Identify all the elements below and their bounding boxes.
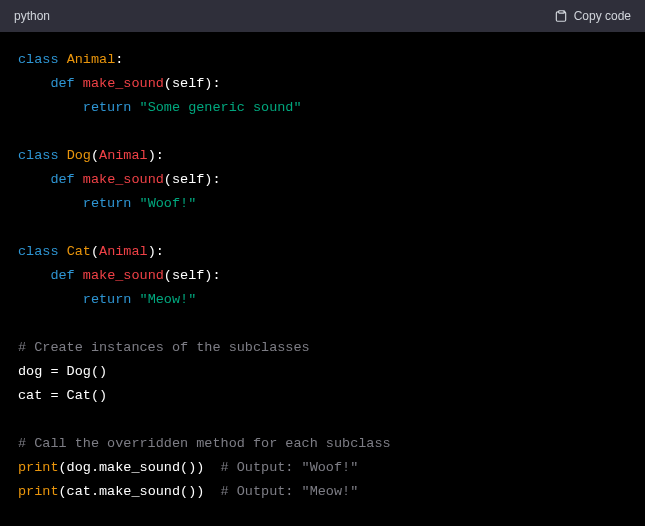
punct: ( bbox=[164, 172, 172, 187]
builtin-print: print bbox=[18, 460, 59, 475]
punct: ): bbox=[204, 268, 220, 283]
param-self: self bbox=[172, 268, 204, 283]
comment: # Output: "Woof!" bbox=[221, 460, 359, 475]
func-name: make_sound bbox=[83, 172, 164, 187]
punct: ( bbox=[91, 244, 99, 259]
punct: ): bbox=[204, 76, 220, 91]
call-expr: (dog.make_sound()) bbox=[59, 460, 205, 475]
code-block: python Copy code class Animal: def make_… bbox=[0, 0, 645, 526]
copy-code-label: Copy code bbox=[574, 9, 631, 23]
base-class: Animal bbox=[99, 148, 148, 163]
class-name-animal: Animal bbox=[67, 52, 116, 67]
punct: ( bbox=[164, 268, 172, 283]
punct: : bbox=[115, 52, 123, 67]
punct: ): bbox=[148, 148, 164, 163]
class-name-cat: Cat bbox=[67, 244, 91, 259]
param-self: self bbox=[172, 76, 204, 91]
func-name: make_sound bbox=[83, 76, 164, 91]
keyword-class: class bbox=[18, 148, 59, 163]
call-expr: (cat.make_sound()) bbox=[59, 484, 205, 499]
statement: cat = Cat() bbox=[18, 388, 107, 403]
keyword-def: def bbox=[50, 268, 74, 283]
code-header: python Copy code bbox=[0, 0, 645, 32]
keyword-return: return bbox=[83, 100, 132, 115]
punct: ): bbox=[204, 172, 220, 187]
statement: dog = Dog() bbox=[18, 364, 107, 379]
comment: # Call the overridden method for each su… bbox=[18, 436, 391, 451]
comment: # Create instances of the subclasses bbox=[18, 340, 310, 355]
comment: # Output: "Meow!" bbox=[221, 484, 359, 499]
keyword-def: def bbox=[50, 76, 74, 91]
param-self: self bbox=[172, 172, 204, 187]
code-area[interactable]: class Animal: def make_sound(self): retu… bbox=[0, 32, 645, 526]
builtin-print: print bbox=[18, 484, 59, 499]
string-literal: "Woof!" bbox=[140, 196, 197, 211]
language-label: python bbox=[14, 9, 50, 23]
base-class: Animal bbox=[99, 244, 148, 259]
keyword-class: class bbox=[18, 244, 59, 259]
keyword-return: return bbox=[83, 196, 132, 211]
punct: ): bbox=[148, 244, 164, 259]
clipboard-icon bbox=[554, 9, 568, 23]
punct: ( bbox=[91, 148, 99, 163]
punct: ( bbox=[164, 76, 172, 91]
keyword-class: class bbox=[18, 52, 59, 67]
func-name: make_sound bbox=[83, 268, 164, 283]
string-literal: "Some generic sound" bbox=[140, 100, 302, 115]
class-name-dog: Dog bbox=[67, 148, 91, 163]
copy-code-button[interactable]: Copy code bbox=[554, 9, 631, 23]
keyword-def: def bbox=[50, 172, 74, 187]
string-literal: "Meow!" bbox=[140, 292, 197, 307]
keyword-return: return bbox=[83, 292, 132, 307]
